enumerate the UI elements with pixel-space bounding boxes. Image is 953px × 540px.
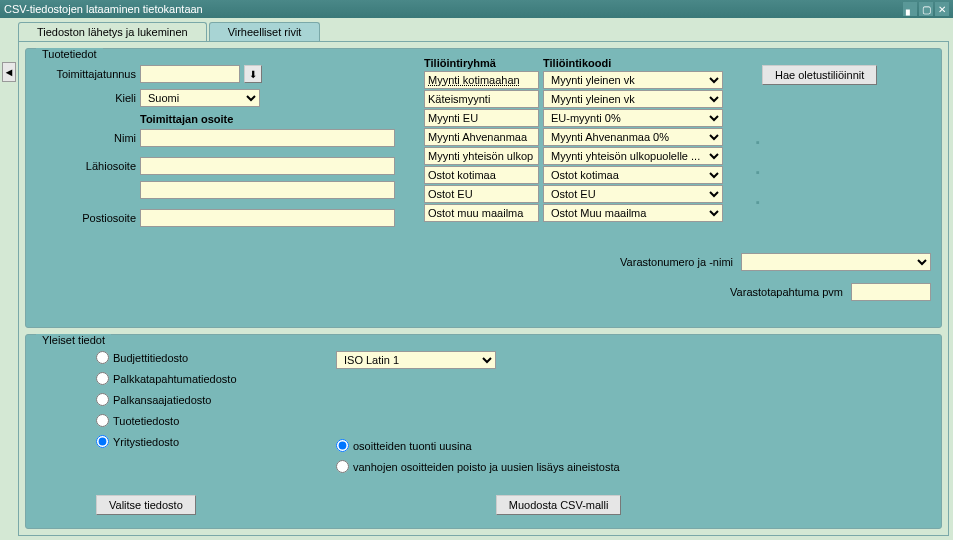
postal-label: Postiosoite bbox=[36, 212, 136, 224]
account-row: Ostot EU bbox=[424, 185, 754, 203]
encoding-select[interactable]: ISO Latin 1 bbox=[336, 351, 496, 369]
supplier-input[interactable] bbox=[140, 65, 240, 83]
account-code-select[interactable]: Myynti yleinen vk bbox=[543, 71, 723, 89]
product-legend: Tuotetiedot bbox=[36, 48, 103, 60]
account-row: Ostot Muu maailma bbox=[424, 204, 754, 222]
street-label: Lähiosoite bbox=[36, 160, 136, 172]
file-type-radio[interactable]: Budjettitiedosto bbox=[96, 351, 336, 364]
tab-send-read[interactable]: Tiedoston lähetys ja lukeminen bbox=[18, 22, 207, 41]
street-input-2[interactable] bbox=[140, 181, 395, 199]
window-title: CSV-tiedostojen lataaminen tietokantaan bbox=[4, 3, 203, 15]
file-type-label: Palkkatapahtumatiedosto bbox=[113, 373, 237, 385]
account-row: Myynti yhteisön ulkopuolelle ... bbox=[424, 147, 754, 165]
default-accounts-button[interactable]: Hae oletustiliöinnit bbox=[762, 65, 877, 85]
account-code-select[interactable]: Ostot kotimaa bbox=[543, 166, 723, 184]
account-group-input[interactable] bbox=[424, 147, 539, 165]
back-arrow-button[interactable]: ◄ bbox=[2, 62, 16, 82]
account-code-select[interactable]: Myynti yleinen vk bbox=[543, 90, 723, 108]
account-group-input[interactable] bbox=[424, 90, 539, 108]
scroll-indicator: ▪▪▪ bbox=[756, 127, 764, 217]
supplier-label: Toimittajatunnus bbox=[36, 68, 136, 80]
language-label: Kieli bbox=[36, 92, 136, 104]
account-group-input[interactable] bbox=[424, 204, 539, 222]
name-input[interactable] bbox=[140, 129, 395, 147]
account-group-input[interactable] bbox=[424, 71, 539, 89]
choose-file-button[interactable]: Valitse tiedosto bbox=[96, 495, 196, 515]
file-type-radio[interactable]: Palkkatapahtumatiedosto bbox=[96, 372, 336, 385]
group-header: Tiliöintiryhmä bbox=[424, 57, 539, 69]
account-group-input[interactable] bbox=[424, 109, 539, 127]
stock-date-input[interactable] bbox=[851, 283, 931, 301]
account-code-select[interactable]: Myynti Ahvenanmaa 0% bbox=[543, 128, 723, 146]
account-row: Ostot kotimaa bbox=[424, 166, 754, 184]
account-code-select[interactable]: EU-myynti 0% bbox=[543, 109, 723, 127]
file-type-radio[interactable]: Yritystiedosto bbox=[96, 435, 336, 448]
account-row: Myynti yleinen vk bbox=[424, 90, 754, 108]
code-header: Tiliöintikoodi bbox=[543, 57, 611, 69]
language-select[interactable]: Suomi bbox=[140, 89, 260, 107]
warehouse-select[interactable] bbox=[741, 253, 931, 271]
addr-import-new-radio[interactable]: osoitteiden tuonti uusina bbox=[336, 439, 676, 452]
close-icon[interactable]: ✕ bbox=[935, 2, 949, 16]
file-type-label: Budjettitiedosto bbox=[113, 352, 188, 364]
account-code-select[interactable]: Myynti yhteisön ulkopuolelle ... bbox=[543, 147, 723, 165]
addr-replace-radio[interactable]: vanhojen osoitteiden poisto ja uusien li… bbox=[336, 460, 676, 473]
postal-input[interactable] bbox=[140, 209, 395, 227]
addr-option2-label: vanhojen osoitteiden poisto ja uusien li… bbox=[353, 461, 620, 473]
warehouse-label: Varastonumero ja -nimi bbox=[620, 256, 733, 268]
account-code-select[interactable]: Ostot EU bbox=[543, 185, 723, 203]
account-group-input[interactable] bbox=[424, 166, 539, 184]
account-row: Myynti Ahvenanmaa 0% bbox=[424, 128, 754, 146]
account-row: Myynti yleinen vk bbox=[424, 71, 754, 89]
tab-error-rows[interactable]: Virheelliset rivit bbox=[209, 22, 321, 41]
address-heading: Toimittajan osoite bbox=[140, 113, 416, 125]
make-csv-button[interactable]: Muodosta CSV-malli bbox=[496, 495, 622, 515]
account-row: EU-myynti 0% bbox=[424, 109, 754, 127]
maximize-icon[interactable]: ▢ bbox=[919, 2, 933, 16]
street-input[interactable] bbox=[140, 157, 395, 175]
file-type-label: Yritystiedosto bbox=[113, 436, 179, 448]
file-type-label: Palkansaajatiedosto bbox=[113, 394, 211, 406]
name-label: Nimi bbox=[36, 132, 136, 144]
account-group-input[interactable] bbox=[424, 185, 539, 203]
minimize-icon[interactable]: ▖ bbox=[903, 2, 917, 16]
download-icon[interactable]: ⬇ bbox=[244, 65, 262, 83]
file-type-radio[interactable]: Tuotetiedosto bbox=[96, 414, 336, 427]
addr-option1-label: osoitteiden tuonti uusina bbox=[353, 440, 472, 452]
account-code-select[interactable]: Ostot Muu maailma bbox=[543, 204, 723, 222]
file-type-label: Tuotetiedosto bbox=[113, 415, 179, 427]
account-group-input[interactable] bbox=[424, 128, 539, 146]
stock-date-label: Varastotapahtuma pvm bbox=[730, 286, 843, 298]
file-type-radio[interactable]: Palkansaajatiedosto bbox=[96, 393, 336, 406]
general-legend: Yleiset tiedot bbox=[36, 334, 111, 346]
